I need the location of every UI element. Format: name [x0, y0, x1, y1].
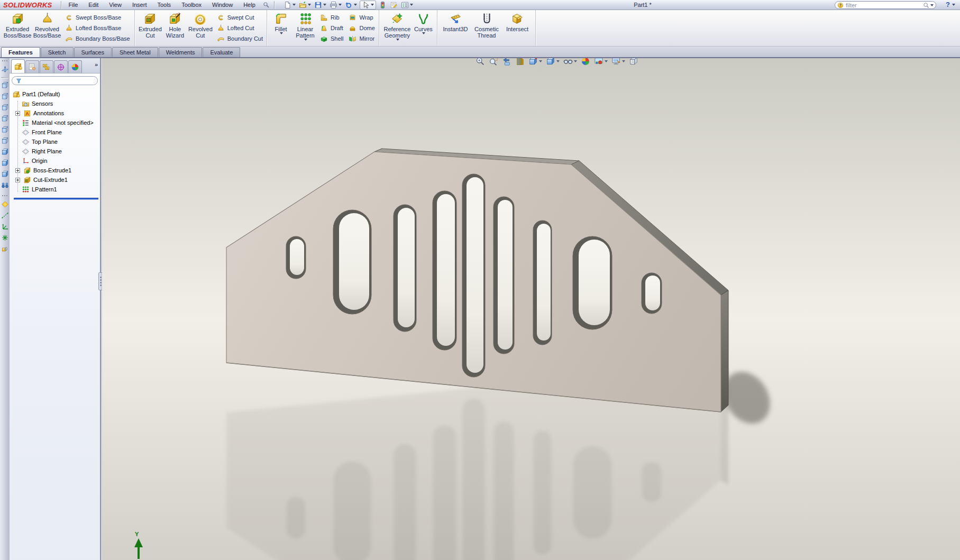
dome-button[interactable]: Dome [349, 23, 374, 33]
view-settings-button[interactable] [611, 58, 625, 66]
menu-window[interactable]: Window [207, 1, 238, 9]
edit-appearance-button[interactable] [581, 58, 590, 66]
dropdown-arrow-icon[interactable] [605, 60, 608, 62]
tree-item-sensors[interactable]: Sensors [12, 99, 100, 108]
mate-reference-button[interactable] [1, 243, 10, 254]
dropdown-arrow-icon[interactable] [556, 60, 560, 62]
tab-overflow-chevron[interactable]: » [95, 61, 98, 68]
dropdown-arrow-icon[interactable] [396, 39, 399, 41]
dropdown-arrow-icon[interactable] [304, 39, 307, 41]
reference-point-button[interactable] [1, 232, 10, 243]
lofted-boss-base-button[interactable]: Lofted Boss/Base [65, 23, 130, 33]
cosmetic-thread-button[interactable]: Cosmetic Thread [471, 11, 502, 45]
save-button[interactable] [313, 1, 328, 10]
coordinate-system-button[interactable] [1, 221, 10, 232]
extruded-cut-button[interactable]: Extruded Cut [138, 11, 163, 45]
draft-button[interactable]: Draft [320, 23, 343, 33]
open-button[interactable] [297, 1, 313, 10]
menu-insert[interactable]: Insert [127, 1, 152, 9]
menu-tools[interactable]: Tools [152, 1, 176, 9]
apply-scene-button[interactable] [594, 58, 608, 66]
tree-item-annotations[interactable]: Annotations [12, 108, 100, 118]
wrap-button[interactable]: Wrap [349, 12, 374, 23]
expand-plus-icon[interactable] [15, 178, 20, 182]
view-orientation-button[interactable] [528, 58, 542, 66]
curves-button[interactable]: Curves [413, 11, 434, 45]
viewport-canvas[interactable] [102, 58, 960, 560]
swept-cut-button[interactable]: Swept Cut [217, 12, 263, 23]
menu-pin-icon[interactable] [261, 1, 272, 10]
view-trimetric-button[interactable] [1, 158, 10, 169]
dropdown-arrow-icon[interactable] [539, 60, 542, 62]
zoom-to-area-button[interactable] [489, 58, 498, 66]
tree-item-lpattern1[interactable]: LPattern1 [12, 185, 100, 194]
mirror-button[interactable]: Mirror [349, 33, 374, 44]
3d-drawing-view-button[interactable] [629, 58, 638, 66]
menu-view[interactable]: View [104, 1, 127, 9]
display-style-button[interactable] [546, 58, 560, 66]
previous-view-button[interactable] [502, 58, 511, 66]
dropdown-arrow-icon[interactable] [371, 4, 374, 6]
tree-root[interactable]: Part1 (Default) [12, 89, 100, 99]
undo-button[interactable] [343, 1, 359, 10]
tab-sketch[interactable]: Sketch [41, 47, 74, 57]
dropdown-arrow-icon[interactable] [323, 4, 326, 6]
options-button[interactable] [388, 1, 399, 10]
boundary-cut-button[interactable]: Boundary Cut [217, 33, 263, 44]
view-bottom-button[interactable] [1, 135, 10, 146]
boundary-boss-base-button[interactable]: Boundary Boss/Base [65, 33, 130, 44]
dropdown-arrow-icon[interactable] [292, 4, 296, 6]
toolbar-grip[interactable] [2, 195, 7, 197]
hide-show-items-button[interactable] [563, 58, 577, 66]
search-magnifier-icon[interactable] [923, 2, 929, 8]
tab-propertymanager[interactable] [25, 60, 39, 73]
shell-button[interactable]: Shell [320, 33, 343, 44]
reference-plane-button[interactable] [1, 199, 10, 210]
tree-item-top-plane[interactable]: Top Plane [12, 137, 100, 146]
tab-dimxpertmanager[interactable] [54, 60, 68, 73]
dropdown-arrow-icon[interactable] [280, 32, 283, 34]
help-flyout-button[interactable]: ? [945, 1, 955, 8]
dropdown-arrow-icon[interactable] [339, 4, 342, 6]
reference-geometry-button[interactable]: Reference Geometry [382, 11, 413, 45]
lofted-cut-button[interactable]: Lofted Cut [217, 23, 263, 33]
rebuild-button[interactable] [377, 1, 388, 10]
dropdown-arrow-icon[interactable] [308, 4, 311, 6]
tree-item-origin[interactable]: Origin [12, 156, 100, 166]
tab-featuremanager-tree[interactable] [11, 59, 25, 73]
dropdown-arrow-icon[interactable] [422, 32, 425, 34]
search-box[interactable]: filter [835, 1, 936, 9]
tree-filter-input[interactable] [12, 76, 98, 85]
dropdown-arrow-icon[interactable] [410, 4, 413, 6]
reference-axis-button[interactable] [1, 210, 10, 221]
tree-item-boss-extrude1[interactable]: Boss-Extrude1 [12, 166, 100, 175]
tab-sheet-metal[interactable]: Sheet Metal [112, 47, 158, 57]
rib-button[interactable]: Rib [320, 12, 343, 23]
swept-boss-base-button[interactable]: Swept Boss/Base [65, 12, 130, 23]
hole-wizard-button[interactable]: Hole Wizard [163, 11, 187, 45]
section-view-button[interactable] [515, 58, 525, 66]
search-scope-arrow-icon[interactable] [930, 4, 934, 6]
dropdown-arrow-icon[interactable] [574, 60, 577, 62]
view-left-button[interactable] [1, 102, 10, 113]
tab-displaymanager[interactable] [68, 60, 82, 73]
command-list-button[interactable] [399, 1, 415, 10]
tab-features[interactable]: Features [1, 47, 40, 57]
view-front-button[interactable] [1, 80, 10, 91]
expand-plus-icon[interactable] [15, 111, 20, 116]
view-isometric-button[interactable] [1, 146, 10, 158]
view-top-button[interactable] [1, 124, 10, 135]
new-document-button[interactable] [282, 1, 297, 10]
dropdown-arrow-icon[interactable] [622, 60, 625, 62]
expand-plus-icon[interactable] [15, 168, 20, 173]
view-dimetric-button[interactable] [1, 169, 10, 180]
view-orientation-button[interactable] [1, 180, 10, 191]
tab-surfaces[interactable]: Surfaces [74, 47, 112, 57]
rollback-bar[interactable] [14, 198, 98, 199]
dropdown-arrow-icon[interactable] [952, 4, 955, 6]
menu-help[interactable]: Help [238, 1, 261, 9]
view-right-button[interactable] [1, 113, 10, 124]
dropdown-arrow-icon[interactable] [354, 4, 357, 6]
tree-item-material[interactable]: Material <not specified> [12, 118, 100, 127]
menu-file[interactable]: File [63, 1, 84, 9]
